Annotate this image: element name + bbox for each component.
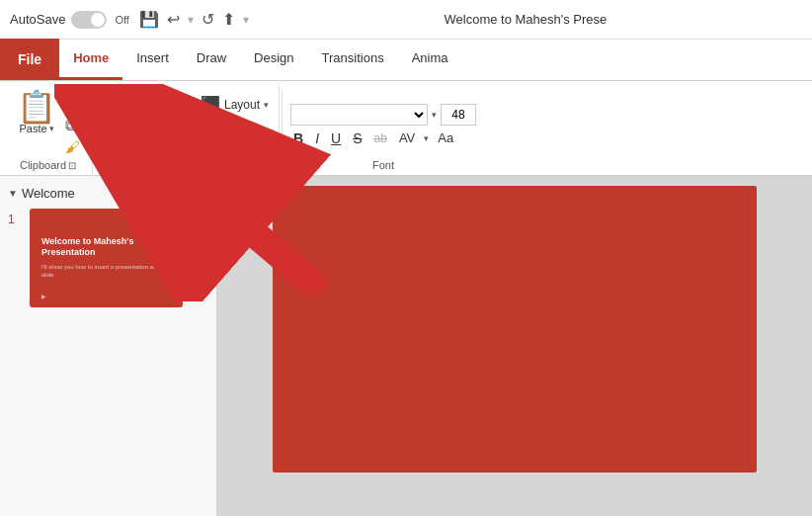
new-slide-dropdown[interactable]: ▾ (138, 129, 143, 139)
strikethrough-button[interactable]: S (350, 129, 365, 147)
redo-icon[interactable]: ↺ (202, 10, 214, 29)
strikethrough2-button[interactable]: ab (371, 130, 390, 146)
cut-button[interactable]: ✂ (62, 89, 83, 115)
clipboard-group: 📋 Paste ▾ ✂ ⧉ 🖌 (4, 85, 93, 175)
canvas-area (217, 176, 812, 516)
slide-thumb-subtitle: I'll show you how to insert a presentati… (41, 264, 171, 280)
tab-file[interactable]: File (0, 39, 59, 80)
cut-icon: ✂ (65, 91, 80, 113)
undo-dropdown-icon[interactable]: ▾ (188, 13, 194, 27)
font-name-row: ▾ (290, 104, 476, 126)
section-button[interactable]: ▦ Section ▾ (197, 142, 273, 165)
new-slide-label: New (102, 129, 123, 140)
upload-icon[interactable]: ⬆ (222, 10, 235, 29)
clipboard-group-content: 📋 Paste ▾ ✂ ⧉ 🖌 (13, 89, 83, 157)
font-size-input[interactable] (441, 104, 476, 126)
slide-canvas[interactable] (273, 186, 757, 473)
layout-reset-section: ⬛ Layout ▾ ↺ Reset ▦ Section ▾ (197, 89, 273, 169)
char-spacing-button[interactable]: Aa (435, 129, 456, 146)
window-title: Welcome to Mahesh's Prese (249, 12, 802, 27)
paste-label: Paste (19, 123, 46, 134)
clipboard-label: Clipboard ⊡ (10, 159, 86, 171)
new-slide-button[interactable]: ＋ (99, 89, 146, 129)
reuse-slides-button[interactable]: 🔍 (150, 89, 193, 126)
layout-button[interactable]: ⬛ Layout ▾ (197, 93, 273, 116)
tab-design[interactable]: Design (240, 39, 307, 80)
format-painter-button[interactable]: 🖌 (62, 136, 83, 157)
tab-home[interactable]: Home (59, 39, 122, 80)
toggle-knob (91, 13, 105, 27)
paste-button[interactable]: 📋 Paste ▾ (13, 89, 60, 136)
section-dropdown-icon[interactable]: ▾ (263, 149, 268, 159)
copy-icon: ⧉ (65, 117, 76, 134)
title-bar-icons: 💾 ↩ ▾ ↺ ⬆ ▾ (139, 10, 249, 29)
paste-icon: 📋 (17, 91, 56, 123)
slides-group: ＋ New S... ▾ 🔍 Reuse Slides (93, 85, 280, 175)
undo-icon[interactable]: ↩ (167, 10, 180, 29)
toggle-label: Off (115, 14, 128, 26)
font-group-label: Font (290, 159, 476, 171)
save-icon[interactable]: 💾 (139, 10, 159, 29)
section-name: Welcome (22, 186, 75, 201)
new-slide-sub: S... (124, 129, 138, 139)
font-controls: ▾ B I U S ab AV ▾ Aa (290, 89, 476, 157)
plus-icon: ＋ (113, 93, 132, 120)
reuse-slides-label: Reuse Slides (156, 126, 188, 151)
clipboard-small-buttons: ✂ ⧉ 🖌 (62, 89, 83, 157)
autosave-label: AutoSave (10, 12, 65, 27)
tab-draw[interactable]: Draw (183, 39, 240, 80)
format-painter-row: 🖌 (62, 136, 83, 157)
slide-panel: ▼ Welcome 1 Welcome to Mahesh's Presenta… (0, 176, 217, 516)
new-slide-icon: ＋ (103, 91, 142, 127)
main-area: ▼ Welcome 1 Welcome to Mahesh's Presenta… (0, 176, 812, 516)
slide-thumb-footer: ▶ (41, 293, 46, 300)
autosave-toggle[interactable] (71, 11, 107, 29)
autosave-area: AutoSave Off (10, 11, 129, 29)
italic-button[interactable]: I (312, 129, 322, 147)
new-slide-area: ＋ New S... ▾ (99, 89, 146, 140)
layout-dropdown-icon[interactable]: ▾ (264, 100, 269, 110)
slide-number: 1 (8, 213, 24, 226)
section-icon: ▦ (201, 144, 215, 163)
bold-button[interactable]: B (290, 129, 306, 147)
new-slide-label-row: New S... ▾ (102, 129, 144, 140)
format-painter-icon: 🖌 (65, 138, 80, 155)
ribbon-divider (282, 89, 283, 171)
font-color-dropdown[interactable]: ▾ (424, 133, 429, 143)
slide-thumbnail[interactable]: Welcome to Mahesh's Presentation I'll sh… (30, 209, 183, 307)
tab-animations[interactable]: Anima (398, 39, 462, 80)
layout-icon: ⬛ (201, 95, 220, 114)
paste-dropdown-icon[interactable]: ▾ (49, 124, 54, 133)
reuse-icon: 🔍 (154, 91, 189, 124)
slides-group-content: ＋ New S... ▾ 🔍 Reuse Slides (99, 89, 273, 169)
font-color-button[interactable]: AV (396, 129, 418, 146)
underline-button[interactable]: U (328, 129, 344, 147)
reset-button[interactable]: ↺ Reset (197, 118, 273, 140)
copy-button[interactable]: ⧉ (62, 115, 83, 136)
section-collapse-icon[interactable]: ▼ (8, 188, 18, 199)
reuse-slides-area: 🔍 Reuse Slides (150, 89, 193, 151)
font-name-select[interactable] (290, 104, 428, 126)
section-label: ▼ Welcome (8, 186, 208, 201)
reset-icon: ↺ (201, 120, 213, 138)
slide-item-1: 1 Welcome to Mahesh's Presentation I'll … (8, 209, 208, 307)
tab-insert[interactable]: Insert (122, 39, 183, 80)
ribbon-content: 📋 Paste ▾ ✂ ⧉ 🖌 (0, 81, 812, 176)
font-group: ▾ B I U S ab AV ▾ Aa Font (284, 85, 482, 175)
clipboard-dialog-icon[interactable]: ⊡ (68, 160, 76, 171)
font-dropdown-icon[interactable]: ▾ (432, 110, 437, 120)
font-format-row: B I U S ab AV ▾ Aa (290, 129, 476, 147)
ribbon-tabs: File Home Insert Draw Design Transitions… (0, 40, 812, 81)
tab-transitions[interactable]: Transitions (308, 39, 398, 80)
title-bar: AutoSave Off 💾 ↩ ▾ ↺ ⬆ ▾ Welcome to Mahe… (0, 0, 812, 40)
slide-thumb-title: Welcome to Mahesh's Presentation (41, 236, 171, 258)
